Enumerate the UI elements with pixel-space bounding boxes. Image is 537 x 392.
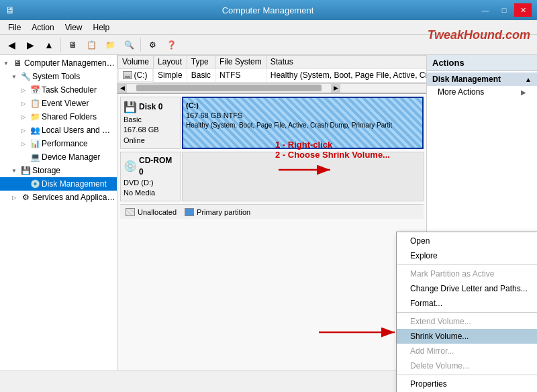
actions-section-name: Disk Management: [432, 75, 501, 84]
services-icon: ⚙: [20, 192, 31, 203]
cdrom-0-type: DVD (D:): [124, 178, 177, 188]
up-button[interactable]: ▲: [40, 37, 58, 53]
cdrom-icon: 💿: [124, 159, 137, 174]
ctx-explore[interactable]: Explore: [397, 248, 537, 263]
cdrom-0-partitions: [182, 152, 424, 201]
tree-label-perf: Performance: [42, 139, 88, 148]
tree-label-disk: Disk Management: [42, 179, 107, 189]
ctx-delete: Delete Volume...: [397, 358, 537, 373]
legend-primary-box: [185, 208, 194, 216]
legend-unalloc-label: Unallocated: [138, 208, 177, 216]
menu-bar: File Action View Help: [0, 20, 537, 35]
menu-file[interactable]: File: [3, 21, 26, 34]
tree-item-services[interactable]: ▷ ⚙ Services and Applications: [0, 191, 117, 204]
toolbar-btn-4[interactable]: 🔍: [120, 37, 138, 53]
ctx-change-drive[interactable]: Change Drive Letter and Paths...: [397, 281, 537, 296]
ctx-sep-2: [397, 312, 537, 313]
tree-item-performance[interactable]: ▷ 📊 Performance: [0, 137, 117, 150]
toolbar-btn-2[interactable]: 📋: [83, 37, 100, 53]
partition-c[interactable]: (C:) 167.68 GB NTFS Healthy (System, Boo…: [182, 97, 424, 150]
maximize-button[interactable]: □: [495, 3, 513, 17]
expand-services: ▷: [9, 193, 19, 202]
computer-management-icon: 🖥: [12, 58, 23, 68]
disk-view-area: 💾 Disk 0 Basic 167.68 GB Online (C:) 167…: [117, 93, 426, 371]
expand-storage: ▼: [9, 166, 19, 175]
tree-item-event-viewer[interactable]: ▷ 📋 Event Viewer: [0, 97, 117, 110]
tree-label-svc: Services and Applications: [32, 193, 115, 202]
tree-item-shared-folders[interactable]: ▷ 📁 Shared Folders: [0, 110, 117, 124]
tree-item-local-users[interactable]: ▷ 👥 Local Users and Groups: [0, 124, 117, 137]
tree-label-sf: Shared Folders: [42, 112, 97, 121]
toolbar-btn-3[interactable]: 📁: [101, 37, 119, 53]
menu-help[interactable]: Help: [88, 21, 115, 34]
ctx-shrink[interactable]: Shrink Volume...: [397, 329, 537, 344]
ctx-sep-3: [397, 375, 537, 375]
toolbar-btn-1[interactable]: 🖥: [64, 37, 81, 53]
expand-task-sched: ▷: [19, 85, 28, 95]
disk-0-name: Disk 0: [139, 101, 162, 113]
expand-icon: ▼: [1, 58, 11, 68]
tree-item-computer-management[interactable]: ▼ 🖥 Computer Management (Local: [0, 56, 117, 70]
shared-folders-icon: 📁: [30, 111, 40, 122]
actions-section-title[interactable]: Disk Management ▲: [427, 72, 537, 86]
tree-item-storage[interactable]: ▼ 💾 Storage: [0, 164, 117, 177]
scroll-thumb[interactable]: [136, 85, 322, 91]
toolbar-btn-5[interactable]: ⚙: [144, 37, 161, 53]
toolbar-separator-1: [60, 38, 61, 52]
col-filesystem: File System: [215, 56, 266, 68]
performance-icon: 📊: [30, 138, 40, 149]
toolbar: ◀ ▶ ▲ 🖥 📋 📁 🔍 ⚙ ❓: [0, 35, 537, 55]
tree-label-ts: Task Scheduler: [42, 85, 97, 95]
toolbar-btn-6[interactable]: ❓: [162, 37, 180, 53]
disk-0-icon-row: 💾 Disk 0: [124, 100, 177, 115]
legend-primary-label: Primary partition: [197, 208, 250, 216]
ctx-open[interactable]: Open: [397, 234, 537, 248]
left-panel: ▼ 🖥 Computer Management (Local ▼ 🔧 Syste…: [0, 55, 117, 371]
tree-item-task-scheduler[interactable]: ▷ 📅 Task Scheduler: [0, 83, 117, 97]
actions-more-link[interactable]: More Actions ▶: [427, 86, 537, 98]
cell-fs: NTFS: [215, 68, 266, 83]
legend-primary: Primary partition: [185, 208, 250, 216]
horizontal-scrollbar[interactable]: ◀ ▶: [117, 83, 426, 93]
tree-item-device-manager[interactable]: 💻 Device Manager: [0, 150, 117, 164]
ctx-add-mirror: Add Mirror...: [397, 344, 537, 358]
disk-0-icon: 💾: [124, 100, 137, 115]
system-tools-icon: 🔧: [20, 71, 31, 82]
scroll-right-btn[interactable]: ▶: [331, 83, 340, 93]
scroll-left-btn[interactable]: ◀: [117, 83, 127, 93]
legend-unalloc-box: [126, 208, 135, 216]
expand-device-mgr: [19, 152, 28, 162]
ctx-sep-1: [397, 264, 537, 265]
menu-action[interactable]: Action: [26, 21, 59, 34]
close-button[interactable]: ✕: [514, 3, 532, 17]
legend-unallocated: Unallocated: [126, 208, 177, 216]
back-button[interactable]: ◀: [3, 37, 20, 53]
expand-shared: ▷: [19, 112, 28, 121]
disk-icon-small: [123, 71, 132, 79]
disk-management-icon: 💿: [30, 179, 40, 189]
tree-item-disk-management[interactable]: 💿 Disk Management: [0, 177, 117, 191]
col-layout: Layout: [154, 56, 187, 68]
title-bar: 🖥 Computer Management — □ ✕: [0, 0, 537, 20]
window-controls: — □ ✕: [477, 3, 532, 17]
disk-0-partitions: (C:) 167.68 GB NTFS Healthy (System, Boo…: [182, 97, 424, 150]
cell-volume: (C:): [118, 68, 154, 82]
ctx-format[interactable]: Format...: [397, 296, 537, 311]
tree-item-system-tools[interactable]: ▼ 🔧 System Tools: [0, 70, 117, 83]
ctx-properties[interactable]: Properties: [397, 377, 537, 391]
disk-table: Volume Layout Type File System Status (C…: [117, 55, 426, 83]
disk-table-scroll[interactable]: Volume Layout Type File System Status (C…: [117, 55, 426, 83]
tree-label-ev: Event Viewer: [42, 99, 89, 108]
col-type: Type: [187, 56, 215, 68]
storage-icon: 💾: [20, 165, 31, 176]
tree-label-st: System Tools: [32, 72, 80, 81]
menu-view[interactable]: View: [60, 21, 88, 34]
forward-button[interactable]: ▶: [21, 37, 39, 53]
disk-0-type: Basic: [124, 115, 177, 125]
table-row[interactable]: (C:) Simple Basic NTFS Healthy (System, …: [118, 68, 427, 83]
disk-0-row: 💾 Disk 0 Basic 167.68 GB Online (C:) 167…: [120, 97, 424, 150]
minimize-button[interactable]: —: [477, 3, 494, 17]
cell-status: Healthy (System, Boot, Page File, Active…: [266, 68, 426, 83]
partition-c-label: (C:): [186, 101, 420, 111]
actions-header: Actions: [427, 55, 537, 71]
